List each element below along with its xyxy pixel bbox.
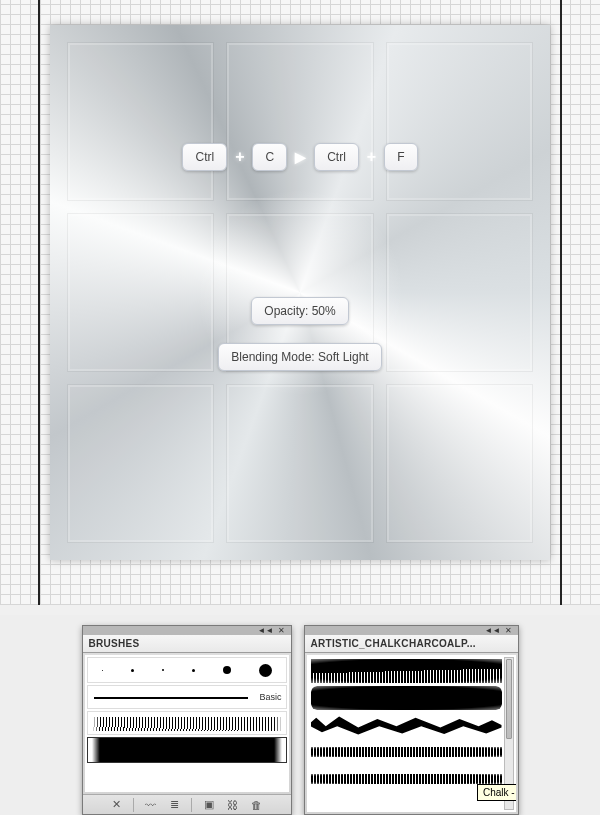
key-c: C xyxy=(252,143,287,171)
artistic-panel[interactable]: ◄◄ ✕ ARTISTIC_CHALKCHARCOALP... Chalk - … xyxy=(304,625,519,815)
brush-preset-row[interactable] xyxy=(311,767,502,791)
collapse-panel-icon[interactable]: ◄◄ xyxy=(488,627,498,634)
basic-label: Basic xyxy=(259,692,281,702)
texture-tile xyxy=(387,43,532,200)
brushes-body[interactable]: Basic xyxy=(85,655,289,792)
chevron-right-icon: ▶ xyxy=(295,149,306,165)
brush-stroke-thin xyxy=(94,697,248,699)
brush-preset[interactable] xyxy=(102,670,103,671)
tooltip: Chalk - Scribble xyxy=(477,784,516,801)
texture-tile xyxy=(227,43,372,200)
close-panel-icon[interactable]: ✕ xyxy=(504,627,514,634)
brush-preset[interactable] xyxy=(192,669,195,672)
delete-icon[interactable]: 🗑 xyxy=(249,797,264,812)
opacity-label: Opacity: 50% xyxy=(251,297,348,325)
brush-preset-row[interactable] xyxy=(311,659,502,683)
texture-grid xyxy=(50,25,550,560)
brush-preset[interactable] xyxy=(223,666,231,674)
brush-preset[interactable] xyxy=(162,669,164,671)
scrollbar-thumb[interactable] xyxy=(506,659,512,739)
workspace[interactable]: Ctrl + C ▶ Ctrl + F Opacity: 50% Blendin… xyxy=(0,0,600,605)
artistic-body[interactable]: Chalk - Scribble xyxy=(307,655,516,812)
brush-preset-row[interactable] xyxy=(311,686,502,710)
break-link-icon[interactable]: ⛓ xyxy=(225,797,240,812)
blending-mode-label: Blending Mode: Soft Light xyxy=(218,343,381,371)
texture-tile xyxy=(227,385,372,542)
artboard-canvas[interactable]: Ctrl + C ▶ Ctrl + F Opacity: 50% Blendin… xyxy=(50,25,550,560)
document-edge-left xyxy=(38,0,40,605)
key-f: F xyxy=(384,143,417,171)
new-brush-icon[interactable]: ▣ xyxy=(201,797,216,812)
panel-footer: ✕ 〰 ≣ ▣ ⛓ 🗑 xyxy=(83,794,291,814)
close-panel-icon[interactable]: ✕ xyxy=(277,627,287,634)
document-edge-right xyxy=(560,0,562,605)
brushes-panel[interactable]: ◄◄ ✕ BRUSHES Basic ✕ 〰 ≣ xyxy=(82,625,292,815)
brush-preset-row[interactable] xyxy=(311,740,502,764)
shortcut-row: Ctrl + C ▶ Ctrl + F xyxy=(50,143,550,171)
collapse-panel-icon[interactable]: ◄◄ xyxy=(261,627,271,634)
remove-brush-icon[interactable]: ✕ xyxy=(109,797,124,812)
panel-tabbar[interactable]: ◄◄ ✕ xyxy=(305,626,518,635)
brush-stroke-icon[interactable]: 〰 xyxy=(143,797,158,812)
panel-tabbar[interactable]: ◄◄ ✕ xyxy=(83,626,291,635)
brush-stroke-row-selected[interactable] xyxy=(87,737,287,763)
panels-area: ◄◄ ✕ BRUSHES Basic ✕ 〰 ≣ xyxy=(0,615,600,815)
brush-options-icon[interactable]: ≣ xyxy=(167,797,182,812)
brush-preset-row[interactable] xyxy=(311,713,502,737)
panel-title[interactable]: BRUSHES xyxy=(83,635,291,653)
key-ctrl: Ctrl xyxy=(182,143,227,171)
plus-icon: + xyxy=(367,148,376,166)
brush-preset[interactable] xyxy=(131,669,134,672)
brush-basic-row[interactable]: Basic xyxy=(87,685,287,709)
plus-icon: + xyxy=(235,148,244,166)
key-ctrl: Ctrl xyxy=(314,143,359,171)
brush-stroke-row[interactable] xyxy=(87,711,287,735)
texture-tile xyxy=(68,43,213,200)
panel-title[interactable]: ARTISTIC_CHALKCHARCOALP... xyxy=(305,635,518,653)
brush-dot-row[interactable] xyxy=(87,657,287,683)
texture-tile xyxy=(68,385,213,542)
brush-preset[interactable] xyxy=(259,664,272,677)
texture-tile xyxy=(387,385,532,542)
